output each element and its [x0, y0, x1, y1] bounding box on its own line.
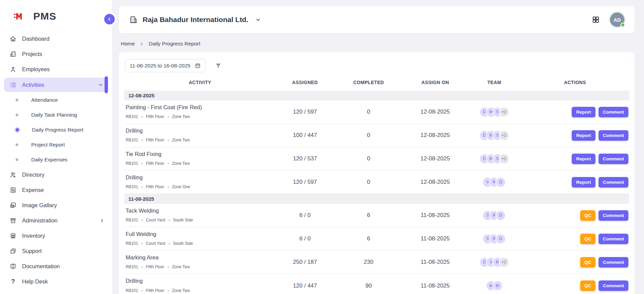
company-selector[interactable]: Raja Bahadur International Ltd.	[129, 15, 261, 24]
topbar-right: AD	[592, 13, 624, 27]
sidebar-subitem-daily-task-planning[interactable]: Daily Task Planning	[0, 107, 112, 122]
team-avatars: S R D	[467, 234, 521, 243]
filter-funnel-icon[interactable]	[215, 62, 222, 70]
sidebar-subitem-project-report[interactable]: Project Report	[0, 137, 112, 152]
team-avatar[interactable]: D	[496, 234, 505, 243]
overlapping-squares-icon	[10, 248, 17, 255]
sidebar-subitem-daily-expenses[interactable]: Daily Expenses	[0, 152, 112, 167]
sidebar-item-image-gallery[interactable]: Image Gallary	[0, 198, 112, 213]
report-button[interactable]: Report	[572, 130, 595, 141]
assign-on-value: 12-08-2025	[403, 132, 467, 139]
assigned-value: 120 / 537	[276, 155, 334, 162]
team-more-badge[interactable]: +2	[499, 131, 509, 140]
sidebar-item-help-desk[interactable]: ? Help Desk	[0, 274, 112, 289]
completed-value: 230	[334, 259, 403, 266]
image-icon	[10, 202, 17, 209]
sidebar-item-expense[interactable]: Expense	[0, 182, 112, 198]
column-header-completed: COMPLETED	[334, 80, 403, 85]
qc-button[interactable]: QC	[580, 257, 595, 268]
date-range-input[interactable]: 11-08-2025 to 16-08-2025	[125, 59, 206, 72]
sidebar-item-directory[interactable]: Directory	[0, 167, 112, 182]
sidebar-item-support[interactable]: Support	[0, 243, 112, 259]
active-section-indicator	[105, 76, 108, 93]
app-logo[interactable]: PMS	[0, 0, 112, 31]
sidebar-item-label: Expense	[22, 187, 44, 193]
sidebar-item-dashboard[interactable]: Dashboard	[0, 31, 112, 46]
comment-button[interactable]: Comment	[599, 210, 628, 221]
sidebar-item-employees[interactable]: Employees	[0, 62, 112, 77]
activity-title: Drilling	[126, 174, 276, 181]
list-icon	[10, 81, 17, 89]
chevron-right-icon	[168, 219, 171, 222]
archive-box-icon	[10, 217, 17, 224]
breadcrumb-home[interactable]: Home	[121, 41, 135, 47]
sidebar-subitem-attendance[interactable]: Attendance	[0, 93, 112, 107]
report-button[interactable]: Report	[572, 107, 595, 117]
calendar-icon	[195, 62, 201, 69]
people-icon	[10, 171, 17, 178]
main-content: Raja Bahadur International Ltd. AD Home …	[112, 0, 644, 294]
qc-button[interactable]: QC	[580, 280, 595, 291]
team-more-badge[interactable]: +2	[499, 154, 509, 163]
column-header-assigned: ASSIGNED	[276, 80, 334, 85]
apps-grid-icon[interactable]	[592, 16, 600, 24]
sidebar-subitem-daily-progress-report[interactable]: Daily Progress Report	[0, 122, 112, 137]
completed-value: 0	[334, 132, 403, 139]
team-more-badge[interactable]: +2	[499, 258, 509, 267]
date-group-header: 11-08-2025	[124, 194, 629, 204]
bullet-dot-icon	[16, 99, 18, 101]
assigned-value: 250 / 187	[276, 259, 334, 266]
filter-row: 11-08-2025 to 16-08-2025	[125, 59, 629, 72]
chevron-right-icon	[167, 289, 170, 292]
comment-button[interactable]: Comment	[599, 234, 628, 244]
chevron-right-icon	[167, 266, 170, 269]
team-more-badge[interactable]: +2	[499, 107, 509, 117]
qc-button[interactable]: QC	[580, 234, 595, 244]
comment-button[interactable]: Comment	[599, 177, 628, 188]
comment-button[interactable]: Comment	[599, 257, 628, 268]
team-avatar[interactable]: R	[493, 281, 502, 290]
receipt-icon	[10, 187, 17, 194]
activity-title: Full Welding	[126, 231, 276, 237]
team-avatar[interactable]: D	[496, 178, 505, 187]
comment-button[interactable]: Comment	[599, 280, 628, 291]
open-book-icon	[10, 263, 17, 270]
sidebar-item-label: Administration	[22, 217, 58, 224]
team-avatar[interactable]: D	[496, 211, 505, 220]
assign-on-value: 12-08-2025	[403, 109, 467, 115]
sidebar-item-inventory[interactable]: Inventory	[0, 228, 112, 243]
activity-path: RB101 Fifth Floor Zone Two	[126, 161, 276, 166]
sidebar-item-label: Employees	[22, 66, 50, 73]
column-header-assign-on: ASSIGN ON	[403, 80, 467, 85]
chevron-right-icon	[141, 115, 144, 118]
activity-title: Painting - First Coat (Fire Red)	[126, 104, 276, 111]
comment-button[interactable]: Comment	[599, 130, 628, 141]
team-avatars: D V M +2	[467, 258, 521, 267]
comment-button[interactable]: Comment	[599, 154, 628, 164]
bullet-dot-icon	[16, 143, 18, 146]
active-bullet-dot-icon	[16, 128, 19, 132]
sidebar-item-activities[interactable]: Activities	[4, 78, 108, 92]
building-icon	[10, 51, 17, 58]
table-row: Painting - First Coat (Fire Red) RB101 F…	[124, 100, 629, 124]
sidebar-item-label: Help Desk	[22, 278, 48, 285]
chevron-right-icon	[141, 289, 144, 292]
sidebar-item-documentation[interactable]: Documentation	[0, 259, 112, 274]
column-header-actions: ACTIONS	[521, 80, 629, 85]
report-button[interactable]: Report	[572, 154, 595, 164]
user-avatar[interactable]: AD	[610, 13, 624, 27]
bullet-dot-icon	[16, 158, 18, 161]
sidebar-collapse-button[interactable]	[104, 14, 115, 24]
activity-title: Tie Rod Fixing	[126, 151, 276, 157]
report-button[interactable]: Report	[572, 177, 595, 188]
completed-value: 6	[334, 235, 403, 242]
comment-button[interactable]: Comment	[599, 107, 628, 117]
activity-path: RB101 Fifth Floor Zone Two	[126, 288, 276, 293]
qc-button[interactable]: QC	[580, 210, 595, 221]
sidebar-item-label: Directory	[22, 172, 44, 178]
sidebar-item-projects[interactable]: Projects	[0, 46, 112, 62]
chevron-right-icon	[167, 139, 170, 142]
sidebar-subitem-label: Daily Task Planning	[31, 112, 77, 118]
table-row: Marking Area RB101 Fifth Floor Zone Two …	[124, 251, 629, 274]
sidebar-item-administration[interactable]: Administration	[0, 213, 112, 228]
